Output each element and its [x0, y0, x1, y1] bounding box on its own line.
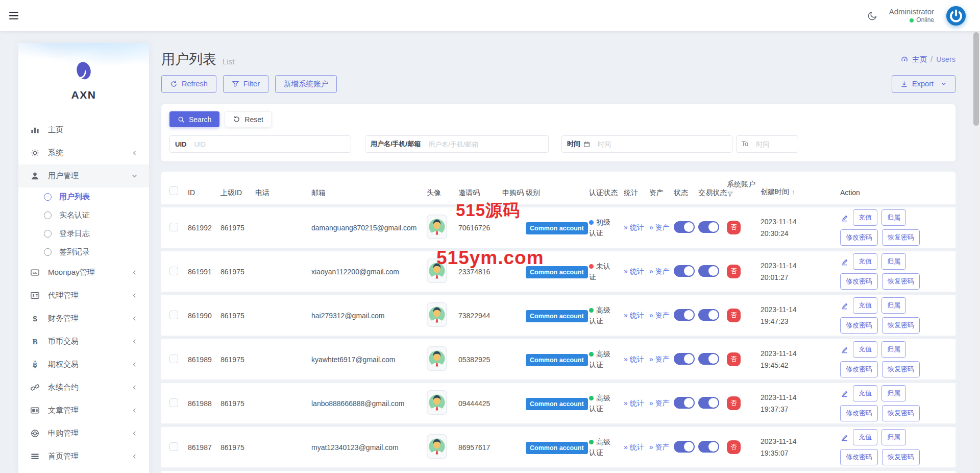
trade-status-toggle[interactable]: [698, 397, 719, 409]
edit-icon[interactable]: [840, 214, 849, 222]
status-toggle[interactable]: [674, 221, 695, 233]
export-button[interactable]: Export: [892, 75, 955, 93]
assets-link[interactable]: » 资产: [649, 442, 670, 453]
change-password-button[interactable]: 修改密码: [840, 273, 878, 290]
assets-link[interactable]: » 资产: [649, 398, 670, 409]
restore-password-button[interactable]: 恢复密码: [882, 317, 920, 334]
row-checkbox[interactable]: [169, 354, 178, 363]
sidebar-item-system[interactable]: 系统: [18, 141, 149, 164]
belong-button[interactable]: 归属: [881, 385, 906, 401]
sidebar-subitem-login-log[interactable]: 登录日志: [18, 224, 149, 243]
status-toggle[interactable]: [674, 309, 695, 321]
stats-link[interactable]: » 统计: [624, 354, 644, 365]
restore-password-button[interactable]: 恢复密码: [882, 229, 920, 246]
stats-link[interactable]: » 统计: [624, 398, 644, 409]
trade-status-toggle[interactable]: [698, 265, 719, 277]
sort-asc-icon[interactable]: ↑: [792, 188, 795, 196]
sidebar-item-spot-trade[interactable]: B币币交易: [18, 330, 149, 353]
time-from-input[interactable]: [595, 140, 732, 148]
scrollbar-thumb[interactable]: [973, 32, 979, 126]
filter-button[interactable]: Filter: [223, 75, 268, 93]
search-button[interactable]: Search: [169, 111, 219, 127]
assets-link[interactable]: » 资产: [649, 310, 670, 321]
sidebar-item-option-trade[interactable]: B期权交易: [18, 353, 149, 376]
sidebar-item-moonpay[interactable]: CCMoonpay管理: [18, 261, 149, 284]
time-to-input[interactable]: [753, 140, 798, 148]
uid-input[interactable]: [191, 140, 351, 148]
status-toggle[interactable]: [674, 265, 695, 277]
cell-created-time: 2023-11-14 19:35:07: [761, 436, 820, 459]
restore-password-button[interactable]: 恢复密码: [882, 405, 920, 421]
belong-button[interactable]: 归属: [881, 341, 906, 358]
edit-icon[interactable]: [840, 301, 849, 310]
dark-mode-moon-icon[interactable]: [867, 10, 878, 21]
recharge-button[interactable]: 充值: [853, 297, 877, 314]
assets-link[interactable]: » 资产: [649, 266, 670, 277]
change-password-button[interactable]: 修改密码: [840, 405, 878, 421]
cell-actions: 充值归属修改密码恢复密码: [820, 385, 947, 421]
sidebar-item-perpetual[interactable]: 永续合约: [18, 376, 149, 399]
sidebar-subitem-checkin-log[interactable]: 签到记录: [18, 243, 149, 261]
trade-status-toggle[interactable]: [698, 441, 719, 453]
refresh-button[interactable]: Refresh: [161, 75, 216, 93]
sidebar-item-config[interactable]: 配置管理: [18, 468, 149, 473]
sidebar-subitem-user-list[interactable]: 用户列表: [18, 187, 149, 206]
status-toggle[interactable]: [674, 397, 695, 409]
hamburger-menu-icon[interactable]: [9, 9, 22, 22]
select-all-checkbox[interactable]: [169, 186, 178, 195]
edit-icon[interactable]: [840, 257, 849, 266]
row-checkbox[interactable]: [169, 223, 178, 231]
edit-icon[interactable]: [840, 345, 849, 354]
sidebar-item-user-management[interactable]: 用户管理: [18, 164, 149, 187]
logout-power-icon[interactable]: [945, 5, 967, 27]
sidebar-item-article[interactable]: 文章管理: [18, 399, 149, 422]
column-filter-funnel-icon[interactable]: [727, 191, 733, 198]
assets-link[interactable]: » 资产: [649, 222, 670, 233]
recharge-button[interactable]: 充值: [853, 253, 877, 270]
belong-button[interactable]: 归属: [881, 209, 906, 226]
stats-link[interactable]: » 统计: [624, 222, 644, 233]
stats-link[interactable]: » 统计: [624, 310, 644, 321]
sidebar-item-home[interactable]: 主页: [18, 119, 149, 141]
sidebar-item-finance[interactable]: $财务管理: [18, 307, 149, 330]
trade-status-toggle[interactable]: [698, 309, 719, 321]
belong-button[interactable]: 归属: [881, 297, 906, 314]
breadcrumb-home[interactable]: 主页: [912, 55, 927, 64]
row-checkbox[interactable]: [169, 267, 178, 275]
change-password-button[interactable]: 修改密码: [840, 229, 878, 246]
trade-status-toggle[interactable]: [698, 353, 719, 365]
assets-link[interactable]: » 资产: [649, 354, 670, 365]
cell-id: 861992: [188, 224, 220, 232]
reset-button[interactable]: Reset: [225, 111, 272, 127]
sidebar-subitem-real-name-auth[interactable]: 实名认证: [18, 206, 149, 224]
belong-button[interactable]: 归属: [881, 253, 906, 270]
recharge-button[interactable]: 充值: [853, 385, 877, 401]
restore-password-button[interactable]: 恢复密码: [882, 273, 920, 290]
watermark-text-1: 515源码: [456, 199, 520, 222]
edit-icon[interactable]: [840, 389, 849, 398]
stats-link[interactable]: » 统计: [624, 266, 644, 277]
row-checkbox[interactable]: [169, 442, 178, 451]
restore-password-button[interactable]: 恢复密码: [882, 361, 920, 377]
belong-button[interactable]: 归属: [881, 429, 906, 445]
cert-status: 高级认证: [589, 349, 617, 370]
row-checkbox[interactable]: [169, 398, 178, 407]
change-password-button[interactable]: 修改密码: [840, 317, 878, 334]
status-toggle[interactable]: [674, 353, 695, 365]
sidebar-item-agent[interactable]: 代理管理: [18, 284, 149, 307]
restore-password-button[interactable]: 恢复密码: [882, 449, 920, 465]
user-input[interactable]: [426, 140, 548, 148]
recharge-button[interactable]: 充值: [853, 429, 877, 445]
add-system-account-button[interactable]: 新增系统账户: [275, 75, 337, 93]
sidebar-item-subscribe[interactable]: 申购管理: [18, 422, 149, 445]
change-password-button[interactable]: 修改密码: [840, 449, 878, 465]
trade-status-toggle[interactable]: [698, 221, 719, 233]
status-toggle[interactable]: [674, 441, 695, 453]
sidebar-item-homepage[interactable]: 首页管理: [18, 445, 149, 468]
edit-icon[interactable]: [840, 433, 849, 442]
recharge-button[interactable]: 充值: [853, 209, 877, 226]
stats-link[interactable]: » 统计: [624, 442, 644, 453]
change-password-button[interactable]: 修改密码: [840, 361, 878, 377]
row-checkbox[interactable]: [169, 311, 178, 319]
recharge-button[interactable]: 充值: [853, 341, 877, 358]
